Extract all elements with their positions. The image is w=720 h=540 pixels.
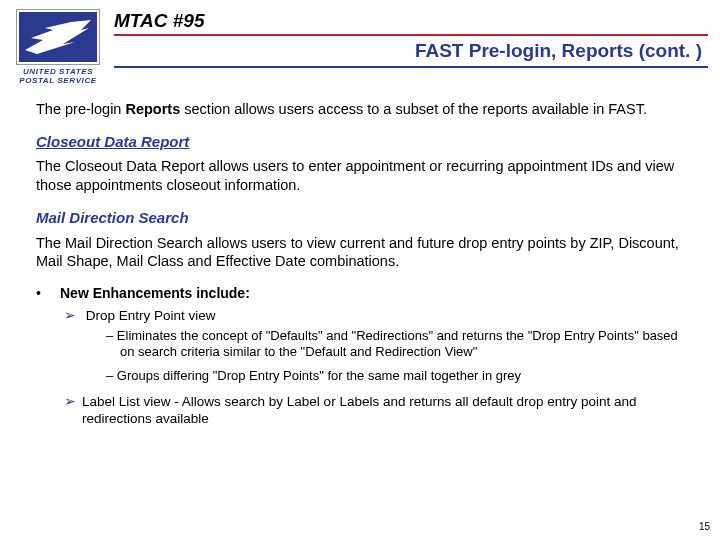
enh-item-2: Label List view - Allows search by Label…: [82, 393, 688, 428]
intro-paragraph: The pre-login Reports section allows use…: [36, 100, 688, 119]
section-heading-closeout: Closeout Data Report: [36, 132, 688, 151]
enh-item-1-text: Drop Entry Point view: [86, 308, 216, 323]
divider-red: [114, 34, 708, 36]
intro-post: section allows users access to a subset …: [184, 101, 647, 117]
bullet-icon: •: [36, 285, 60, 433]
page-number: 15: [699, 521, 710, 532]
enhancements-label: New Enhancements include:: [60, 285, 688, 303]
eagle-icon: [23, 18, 93, 58]
section-body-closeout: The Closeout Data Report allows users to…: [36, 157, 688, 194]
slide-id: MTAC #95: [114, 10, 708, 32]
divider-blue: [114, 66, 708, 68]
enh-item-1-sub-2: Groups differing "Drop Entry Points" for…: [106, 368, 688, 384]
intro-bold: Reports: [125, 101, 184, 117]
usps-logo-block: UNITED STATES POSTAL SERVICE: [12, 10, 104, 86]
enh-item-1: Drop Entry Point view Eliminates the con…: [82, 307, 688, 385]
enhancements-bullet: • New Enhancements include: Drop Entry P…: [36, 285, 688, 433]
intro-pre: The pre-login: [36, 101, 125, 117]
section-heading-maildir: Mail Direction Search: [36, 208, 688, 227]
section-body-maildir: The Mail Direction Search allows users t…: [36, 234, 688, 271]
slide-subtitle: FAST Pre-login, Reports (cont. ): [114, 40, 708, 62]
usps-eagle-logo: [17, 10, 99, 64]
enh-item-1-sub-1: Eliminates the concept of "Defaults" and…: [106, 328, 688, 361]
logo-org-line2: POSTAL SERVICE: [12, 77, 104, 86]
slide-body: The pre-login Reports section allows use…: [0, 86, 720, 434]
